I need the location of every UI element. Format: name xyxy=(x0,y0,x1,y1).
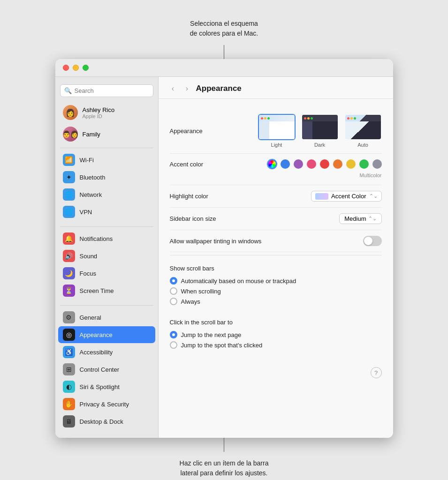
sidebar-item-vpn[interactable]: 🌐 VPN xyxy=(58,203,155,220)
sidebar-item-family[interactable]: 👨‍👩 Family xyxy=(58,124,155,144)
desktop-icon: 🖥 xyxy=(63,415,75,428)
accent-blue[interactable] xyxy=(281,159,290,169)
annotation-line-bottom xyxy=(224,438,224,452)
sidebar-item-privacy-security[interactable]: ✋ Privacy & Security xyxy=(58,396,155,412)
wallpaper-tinting-toggle[interactable] xyxy=(363,236,382,246)
light-dot-green xyxy=(267,117,270,120)
dark-content xyxy=(312,121,338,139)
accent-yellow[interactable] xyxy=(346,159,356,169)
window-body: 🔍 👩 Ashley Rico Apple ID 👨‍👩 Family xyxy=(55,77,393,438)
titlebar xyxy=(55,59,393,77)
sidebar-item-network[interactable]: 🌐 Network xyxy=(58,186,155,203)
siri-label: Siri & Spotlight xyxy=(80,383,120,390)
forward-button[interactable]: › xyxy=(182,83,192,94)
sidebar-section-preferences: ⚙ General ◎ Appearance ♿ Accessibility ⊞… xyxy=(55,308,158,433)
siri-icon: ◐ xyxy=(63,381,75,393)
highlight-chevron-icon: ⌃⌄ xyxy=(369,193,378,199)
accent-purple[interactable] xyxy=(294,159,303,169)
sidebar-item-apple-id[interactable]: 👩 Ashley Rico Apple ID xyxy=(58,102,155,123)
click-scroll-next-label: Jump to the next page xyxy=(181,331,242,338)
bluetooth-label: Bluetooth xyxy=(80,174,106,181)
family-avatar: 👨‍👩 xyxy=(63,127,78,142)
back-button[interactable]: ‹ xyxy=(168,83,178,94)
bottom-row: ? xyxy=(159,362,393,385)
accent-multicolor[interactable] xyxy=(267,159,277,169)
auto-dot-green xyxy=(354,117,356,120)
main-content: ‹ › Appearance Appearance xyxy=(159,77,393,438)
search-input[interactable] xyxy=(75,87,149,94)
scroll-always-option[interactable]: Always xyxy=(170,296,382,307)
sidebar-icon-size-selector[interactable]: Medium ⌃⌄ xyxy=(339,213,381,224)
accent-sub: Multicolor xyxy=(170,171,382,179)
general-icon: ⚙ xyxy=(63,311,75,323)
dark-dot-yellow xyxy=(307,117,310,120)
light-dot-red xyxy=(261,117,263,120)
appearance-icon: ◎ xyxy=(63,329,75,341)
appearance-auto-option[interactable]: Auto xyxy=(344,114,382,148)
system-preferences-window: 🔍 👩 Ashley Rico Apple ID 👨‍👩 Family xyxy=(55,59,393,438)
sidebar-icon-size-value: Medium xyxy=(344,215,366,222)
notifications-icon: 🔔 xyxy=(63,232,75,245)
dark-dot-red xyxy=(304,117,306,120)
user-info: Ashley Rico Apple ID xyxy=(83,106,115,119)
minimize-button[interactable] xyxy=(73,65,79,71)
appearance-light-option[interactable]: Light xyxy=(258,114,296,148)
accent-pink[interactable] xyxy=(307,159,316,169)
click-scroll-spot-label: Jump to the spot that's clicked xyxy=(181,342,263,349)
appearance-setting-label: Appearance xyxy=(170,128,203,135)
sidebar-item-wifi[interactable]: 📶 Wi-Fi xyxy=(58,151,155,168)
section-divider xyxy=(170,255,382,255)
close-button[interactable] xyxy=(63,65,69,71)
light-bar xyxy=(259,115,295,121)
click-scroll-next-page-option[interactable]: Jump to the next page xyxy=(170,330,382,340)
sidebar-item-notifications[interactable]: 🔔 Notifications xyxy=(58,230,155,247)
sidebar-item-general[interactable]: ⚙ General xyxy=(58,309,155,326)
control-center-label: Control Center xyxy=(80,366,120,373)
network-icon: 🌐 xyxy=(63,188,75,201)
accent-green[interactable] xyxy=(359,159,369,169)
highlight-color-selector[interactable]: Accent Color ⌃⌄ xyxy=(311,191,381,202)
sidebar-item-control-center[interactable]: ⊞ Control Center xyxy=(58,361,155,378)
sidebar-item-accessibility[interactable]: ♿ Accessibility xyxy=(58,344,155,360)
scroll-when-scrolling-option[interactable]: When scrolling xyxy=(170,286,382,296)
sidebar-item-sound[interactable]: 🔊 Sound xyxy=(58,248,155,264)
toggle-knob xyxy=(364,237,372,245)
notifications-label: Notifications xyxy=(80,235,113,242)
sidebar-item-screen-time[interactable]: ⏳ Screen Time xyxy=(58,282,155,299)
general-label: General xyxy=(80,314,101,321)
accent-orange[interactable] xyxy=(333,159,342,169)
accent-red[interactable] xyxy=(320,159,329,169)
sidebar-item-siri-spotlight[interactable]: ◐ Siri & Spotlight xyxy=(58,378,155,395)
sidebar-separator-1 xyxy=(60,148,153,148)
sidebar-icon-size-chevron-icon: ⌃⌄ xyxy=(368,216,377,222)
sidebar-item-focus[interactable]: 🌙 Focus xyxy=(58,265,155,282)
light-sidebar xyxy=(259,121,269,139)
click-scroll-spot-radio xyxy=(170,341,177,349)
vpn-icon: 🌐 xyxy=(63,206,75,218)
dark-thumb-bg xyxy=(302,115,338,139)
scroll-bars-section: Show scroll bars Automatically based on … xyxy=(170,258,382,309)
light-dot-yellow xyxy=(264,117,266,120)
search-bar[interactable]: 🔍 xyxy=(60,84,153,97)
help-button[interactable]: ? xyxy=(371,367,382,378)
sidebar-item-bluetooth[interactable]: ✦ Bluetooth xyxy=(58,169,155,186)
auto-label: Auto xyxy=(357,142,368,148)
accent-gray[interactable] xyxy=(372,159,382,169)
accessibility-icon: ♿ xyxy=(63,346,75,358)
highlight-value: Accent Color xyxy=(331,193,366,200)
focus-label: Focus xyxy=(80,270,96,277)
sidebar-item-desktop-dock[interactable]: 🖥 Desktop & Dock xyxy=(58,413,155,430)
accent-colors xyxy=(267,159,382,169)
screen-time-label: Screen Time xyxy=(80,287,114,294)
wifi-icon: 📶 xyxy=(63,154,75,166)
dark-sidebar xyxy=(302,121,312,139)
appearance-dark-option[interactable]: Dark xyxy=(301,114,339,148)
sidebar-item-appearance[interactable]: ◎ Appearance xyxy=(58,326,155,343)
fullscreen-button[interactable] xyxy=(83,65,89,71)
sidebar: 🔍 👩 Ashley Rico Apple ID 👨‍👩 Family xyxy=(55,77,159,438)
light-thumb xyxy=(258,114,296,140)
scroll-auto-option[interactable]: Automatically based on mouse or trackpad xyxy=(170,276,382,286)
click-scroll-section: Click in the scroll bar to Jump to the n… xyxy=(170,312,382,353)
click-scroll-spot-option[interactable]: Jump to the spot that's clicked xyxy=(170,340,382,350)
accent-color-label: Accent color xyxy=(170,161,204,168)
